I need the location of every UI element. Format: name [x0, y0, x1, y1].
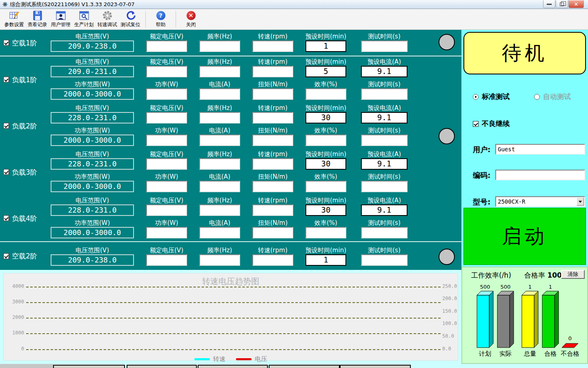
field-input[interactable]: 9.1 — [361, 112, 408, 123]
field-input[interactable] — [305, 88, 346, 100]
field-input[interactable] — [146, 66, 187, 77]
toolbar-users-button[interactable]: 用户管理 — [49, 9, 72, 29]
field-input[interactable]: 9.1 — [361, 66, 408, 77]
field-input[interactable] — [252, 88, 293, 100]
stage-load-2-toggle[interactable]: 负载2阶 — [3, 121, 37, 130]
checkbox-checked-icon[interactable] — [3, 253, 9, 259]
checkbox-checked-icon[interactable] — [3, 77, 9, 83]
toolbar-help-button[interactable]: ? 帮助 — [149, 9, 172, 29]
field-input[interactable] — [199, 204, 240, 216]
field-input[interactable]: 1 — [305, 40, 346, 52]
field-input[interactable] — [199, 158, 240, 170]
window-title: 综合测试系统(S202211069) V1.3.33 2023-07-07 — [10, 1, 135, 8]
code-input[interactable] — [495, 170, 585, 180]
field-input[interactable] — [199, 227, 240, 238]
bar-label: 不合格 — [561, 350, 579, 357]
field-label: 电压范围(V) — [51, 196, 134, 204]
field-input[interactable] — [199, 66, 240, 77]
field-input[interactable]: 30 — [305, 112, 346, 123]
minimize-icon — [547, 4, 552, 5]
field-input[interactable] — [199, 181, 240, 192]
field-input[interactable] — [146, 158, 187, 170]
field-input[interactable]: 1 — [305, 254, 346, 266]
field-input[interactable] — [146, 227, 187, 238]
user-input[interactable] — [495, 144, 585, 155]
field-input[interactable] — [361, 254, 408, 266]
field-input[interactable]: 30 — [305, 158, 346, 170]
bad-continue-checkbox[interactable]: 不良继续 — [473, 119, 510, 128]
field-input[interactable] — [305, 135, 346, 146]
dropdown-button[interactable] — [577, 197, 584, 206]
start-button[interactable]: 启动 — [463, 208, 586, 265]
field-input[interactable] — [252, 158, 293, 170]
toolbar-records-button[interactable]: 查看记录 — [26, 9, 49, 29]
field-input[interactable]: 30 — [305, 204, 346, 216]
y-axis-right-tick: 100.0 — [442, 321, 461, 326]
field-label: 预设时间(min) — [305, 32, 346, 40]
checkbox-checked-icon[interactable] — [3, 123, 9, 129]
field-label: 效率(%) — [305, 126, 346, 135]
field-input[interactable]: 5 — [305, 66, 346, 77]
field-input[interactable]: 9.1 — [361, 158, 408, 170]
radio-standard-test[interactable]: 标准测试 — [473, 92, 534, 101]
field-input[interactable] — [199, 254, 240, 266]
toolbar-plan-button[interactable]: 生产计划 — [72, 9, 96, 29]
field-input[interactable] — [146, 112, 187, 123]
stage-label: 空载1阶 — [12, 38, 37, 47]
stage-load-1-toggle[interactable]: 负载1阶 — [3, 75, 37, 84]
checkbox-checked-icon[interactable] — [3, 215, 9, 221]
field-input[interactable] — [361, 227, 408, 238]
checkbox-checked-icon[interactable] — [3, 169, 9, 175]
bar-value: 0 — [568, 335, 572, 341]
title-bar: ❋ 综合测试系统(S202211069) V1.3.33 2023-07-07 … — [0, 0, 588, 9]
field-input[interactable] — [305, 181, 346, 192]
field-input[interactable] — [199, 88, 240, 100]
field-input[interactable] — [199, 112, 240, 123]
field-input[interactable] — [361, 181, 408, 192]
field-input[interactable] — [252, 227, 293, 238]
radio-selected-icon[interactable] — [473, 94, 479, 100]
field-label: 效率(%) — [305, 219, 346, 227]
chart-legend: 转速 电压 — [4, 355, 458, 363]
field-input[interactable] — [252, 66, 293, 77]
field-input[interactable] — [252, 40, 293, 52]
field-input[interactable] — [146, 204, 187, 216]
radio-unselected-icon[interactable] — [534, 94, 540, 100]
checkbox-checked-icon[interactable] — [473, 121, 479, 127]
field-input[interactable] — [146, 181, 187, 192]
stage-load-3-toggle[interactable]: 负载3阶 — [3, 167, 37, 177]
field-input[interactable] — [252, 135, 293, 146]
toolbar-speed-debug-button[interactable]: 转速调试 — [96, 9, 119, 29]
field-input[interactable] — [361, 135, 408, 146]
field-input[interactable] — [252, 254, 293, 266]
field-input[interactable] — [361, 88, 408, 100]
field-input[interactable] — [305, 227, 346, 238]
toolbar-settings-button[interactable]: 参数设置 — [2, 9, 26, 29]
field-input[interactable] — [199, 40, 240, 52]
field-input[interactable] — [146, 40, 187, 52]
field-label: 预设时间(min) — [305, 246, 346, 254]
field-input[interactable] — [252, 112, 293, 123]
stage-noload-1-toggle[interactable]: 空载1阶 — [3, 38, 37, 47]
field-input[interactable] — [361, 40, 408, 52]
clear-button[interactable]: 清除 — [561, 270, 585, 279]
field-input[interactable]: 9.1 — [361, 204, 408, 216]
stats-panel: 工作效率(/h) 合格率 100% 清除 500计划500实际1总量1合格0不合… — [461, 267, 588, 364]
close-button[interactable]: ✕ — [568, 0, 584, 8]
field-input[interactable] — [146, 254, 187, 266]
field-input[interactable] — [252, 181, 293, 192]
stage-load-4-toggle[interactable]: 负载4阶 — [3, 213, 37, 223]
field-input[interactable] — [146, 88, 187, 100]
toolbar-close-button[interactable]: ✕ 关闭 — [179, 9, 203, 29]
range-display: 2000.0-3000.0 — [51, 227, 134, 238]
field-input[interactable] — [146, 135, 187, 146]
restore-button[interactable] — [556, 0, 568, 8]
toolbar-reset-button[interactable]: 测试复位 — [119, 9, 142, 29]
minimize-button[interactable] — [543, 0, 555, 8]
radio-auto-test[interactable]: 自动测试 — [534, 92, 571, 101]
stage-noload-2-toggle[interactable]: 空载2阶 — [3, 251, 37, 261]
model-select[interactable]: 2500CX-R — [495, 196, 585, 207]
field-input[interactable] — [252, 204, 293, 216]
checkbox-checked-icon[interactable] — [3, 40, 9, 46]
field-input[interactable] — [199, 135, 240, 146]
